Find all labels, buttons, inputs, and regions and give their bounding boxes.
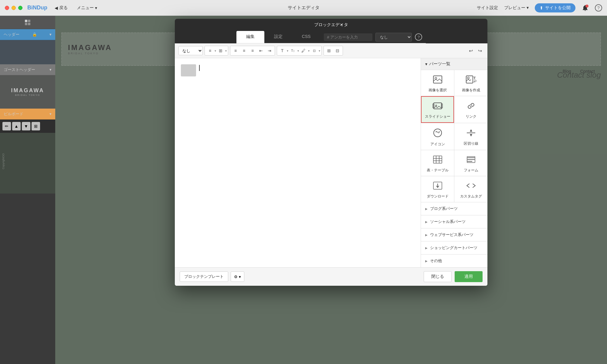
svg-point-8 — [467, 77, 469, 79]
svg-marker-20 — [470, 129, 472, 132]
lang-select[interactable]: なし — [375, 33, 412, 42]
other-parts-section: ▶ その他 — [421, 254, 487, 267]
shopping-parts-section: ▶ ショッピングカートパーツ — [421, 241, 487, 254]
align-right-btn[interactable]: ≡ — [249, 47, 256, 55]
block-chevron: ▾ — [225, 49, 227, 52]
download-label: ダウンロード — [427, 194, 449, 199]
editor-area[interactable] — [175, 58, 421, 267]
svg-rect-7 — [466, 76, 473, 83]
part-item-icon[interactable]: アイコン — [421, 123, 454, 150]
header-chevron-icon: ▾ — [49, 32, 52, 37]
site-settings-link[interactable]: サイト設定 — [477, 5, 498, 11]
indent-right-btn[interactable]: ⇥ — [266, 47, 273, 55]
header-section: ヘッダー 🔒 ▾ — [0, 29, 55, 40]
apply-button[interactable]: 適用 — [455, 271, 483, 282]
preview-button[interactable]: プレビュー ▾ — [504, 5, 529, 11]
part-item-download[interactable]: ダウンロード — [421, 176, 454, 202]
size-chevron: ▾ — [297, 49, 299, 52]
select-image-label: 画像を選択 — [429, 88, 447, 93]
part-item-table[interactable]: 表・テーブル — [421, 150, 454, 176]
anchor-input[interactable] — [324, 33, 372, 41]
back-button[interactable]: ◀ 戻る — [55, 5, 68, 11]
tab-css[interactable]: CSS — [292, 31, 320, 43]
nav-separator — [70, 5, 74, 11]
modal-overlay: ブロックエディタ × 編集 設定 CSS なし ? — [55, 16, 607, 364]
editor-content — [181, 64, 415, 261]
blog-parts-section: ▶ ブログ系パーツ — [421, 202, 487, 215]
font-size-btn[interactable]: T↕ — [289, 47, 297, 55]
part-item-link[interactable]: リンク — [454, 96, 487, 123]
upload-icon: ⬆ — [540, 5, 543, 10]
tab-settings[interactable]: 設定 — [264, 31, 292, 43]
font-chevron: ▾ — [287, 49, 288, 52]
close-traffic-light[interactable] — [5, 6, 9, 10]
other-parts-header[interactable]: ▶ その他 — [421, 254, 487, 267]
part-item-form[interactable]: フォーム — [454, 150, 487, 176]
align-left-btn[interactable]: ≡ — [232, 47, 239, 55]
help-icon[interactable]: ? — [595, 4, 602, 12]
color-btn[interactable]: 🖊 — [300, 47, 307, 55]
form-icon — [466, 155, 476, 166]
color-chevron: ▾ — [308, 49, 310, 52]
font-btn[interactable]: T — [278, 47, 286, 55]
minimize-traffic-light[interactable] — [12, 6, 16, 10]
window-title: サイトエディタ — [288, 5, 320, 11]
part-item-create-image[interactable]: T A 画像を作成 — [454, 70, 487, 96]
edit-billboard-btn[interactable]: ✏ — [2, 122, 11, 130]
menu-button[interactable]: メニュー ▾ — [77, 5, 97, 11]
modal-tabs: 編集 設定 CSS なし ? — [236, 31, 426, 43]
part-item-custom-tag[interactable]: カスタムタグ — [454, 176, 487, 202]
tab-help-button[interactable]: ? — [415, 33, 422, 41]
gear-icon: ⚙ — [234, 275, 238, 279]
svg-rect-12 — [434, 103, 442, 109]
editor-toolbar: なし ≡ ▾ ⊞ ▾ ≡ ≡ ≡ ⇤ ⇥ T ▾ — [175, 43, 487, 58]
redo-btn[interactable]: ↪ — [476, 47, 484, 55]
blog-parts-header[interactable]: ▶ ブログ系パーツ — [421, 202, 487, 215]
move-up-btn[interactable]: ▲ — [12, 122, 21, 130]
list-btn[interactable]: ≡ — [206, 47, 214, 55]
billboard-chevron-icon: ▾ — [49, 112, 52, 116]
icon-icon — [433, 128, 443, 140]
close-button[interactable]: 閉じる — [424, 271, 452, 282]
shopping-chevron-icon: ▶ — [425, 246, 428, 250]
divider-label: 区切り線 — [464, 141, 478, 146]
social-parts-header[interactable]: ▶ ソーシャル系パーツ — [421, 215, 487, 228]
gear-settings-button[interactable]: ⚙ ▾ — [231, 271, 244, 282]
chevron-icon: ▾ — [425, 62, 427, 66]
svg-text:T: T — [473, 76, 476, 80]
footer-left: ブロックテンプレート ⚙ ▾ — [180, 271, 244, 282]
tab-edit[interactable]: 編集 — [236, 31, 264, 43]
block-btn[interactable]: ⊞ — [217, 47, 225, 55]
modal-close-button[interactable]: × — [338, 22, 344, 28]
custom-tag-icon — [466, 181, 476, 192]
form-label: フォーム — [464, 168, 478, 173]
undo-btn[interactable]: ↩ — [467, 47, 475, 55]
block-editor-modal: ブロックエディタ × 編集 設定 CSS なし ? — [175, 19, 487, 286]
align-center-btn[interactable]: ≡ — [240, 47, 248, 55]
part-item-divider[interactable]: 区切り線 — [454, 123, 487, 150]
web-service-parts-header[interactable]: ▶ ウェブサービス系パーツ — [421, 228, 487, 241]
billboard-section: ビルボード ▾ — [0, 109, 55, 120]
style-select[interactable]: なし — [178, 46, 203, 55]
cols-btn[interactable]: ⊞ — [325, 47, 333, 55]
modal-tab-right: なし ? — [320, 31, 426, 43]
svg-rect-1 — [25, 20, 27, 22]
editor-cursor — [199, 65, 200, 71]
modal-header: ブロックエディタ × 編集 設定 CSS なし ? — [175, 19, 487, 43]
link-label: リンク — [466, 114, 476, 119]
border-btn[interactable]: ⊡ — [310, 47, 318, 55]
shopping-parts-header[interactable]: ▶ ショッピングカートパーツ — [421, 241, 487, 254]
part-item-select-image[interactable]: 画像を選択 — [421, 70, 454, 96]
svg-point-18 — [439, 131, 439, 132]
move-down-btn[interactable]: ▼ — [22, 122, 30, 130]
notification-bell-icon[interactable] — [582, 4, 589, 12]
indent-left-btn[interactable]: ⇤ — [257, 47, 265, 55]
add-block-btn[interactable]: ⊞ — [32, 122, 40, 130]
maximize-traffic-light[interactable] — [18, 6, 22, 10]
part-item-slideshow[interactable]: スライドショー — [421, 96, 454, 123]
sidebar-layout-toggle[interactable] — [0, 16, 55, 29]
rows-btn[interactable]: ⊟ — [334, 47, 341, 55]
block-template-button[interactable]: ブロックテンプレート — [180, 271, 228, 282]
publish-button[interactable]: ⬆ サイトを公開 — [535, 3, 575, 12]
web-service-chevron-icon: ▶ — [425, 233, 428, 237]
